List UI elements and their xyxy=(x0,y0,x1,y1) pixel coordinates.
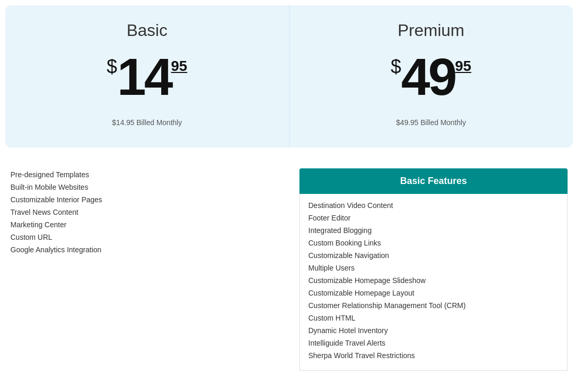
premium-plan-title: Premium xyxy=(300,21,563,40)
list-item: Dynamic Hotel Inventory xyxy=(308,324,559,337)
list-item: Customizable Homepage Slideshow xyxy=(308,274,559,287)
premium-price-display: $ 49 95 xyxy=(300,51,563,103)
premium-price-billed: $49.95 Billed Monthly xyxy=(300,118,563,127)
basic-plan-title: Basic xyxy=(16,21,279,40)
list-item: Marketing Center xyxy=(10,218,279,231)
premium-plan-card: Premium $ 49 95 $49.95 Billed Monthly xyxy=(290,5,573,148)
premium-price-cents: 95 xyxy=(455,58,471,75)
list-item: Integrated Blogging xyxy=(308,224,559,237)
list-item: Destination Video Content xyxy=(308,199,559,212)
features-right-panel: Basic Features Destination Video Content… xyxy=(289,163,573,381)
features-left-list: Pre-designed TemplatesBuilt-in Mobile We… xyxy=(10,168,279,256)
list-item: Customizable Homepage Layout xyxy=(308,287,559,299)
basic-price-display: $ 14 95 xyxy=(16,51,279,103)
features-right-list: Destination Video ContentFooter EditorIn… xyxy=(299,194,568,371)
premium-price-dollar: $ xyxy=(391,56,401,78)
list-item: Multiple Users xyxy=(308,262,559,274)
list-item: Footer Editor xyxy=(308,212,559,224)
list-item: Customizable Navigation xyxy=(308,249,559,262)
features-right-header: Basic Features xyxy=(299,168,568,194)
premium-price-main: 49 xyxy=(401,51,455,103)
list-item: Intelliguide Travel Alerts xyxy=(308,337,559,349)
basic-price-billed: $14.95 Billed Monthly xyxy=(16,118,279,127)
basic-price-dollar: $ xyxy=(107,56,117,78)
list-item: Custom HTML xyxy=(308,312,559,324)
list-item: Pre-designed Templates xyxy=(10,168,279,181)
list-item: Customer Relationship Management Tool (C… xyxy=(308,299,559,312)
list-item: Travel News Content xyxy=(10,206,279,218)
basic-plan-card: Basic $ 14 95 $14.95 Billed Monthly xyxy=(5,5,290,148)
list-item: Sherpa World Travel Restrictions xyxy=(308,349,559,362)
pricing-section: Basic $ 14 95 $14.95 Billed Monthly Prem… xyxy=(5,5,573,148)
basic-price-main: 14 xyxy=(117,51,171,103)
list-item: Custom Booking Links xyxy=(308,237,559,249)
features-section: Pre-designed TemplatesBuilt-in Mobile We… xyxy=(5,153,573,381)
list-item: Custom URL xyxy=(10,231,279,243)
list-item: Customizable Interior Pages xyxy=(10,193,279,206)
list-item: Built-in Mobile Websites xyxy=(10,181,279,193)
basic-price-cents: 95 xyxy=(171,58,187,75)
list-item: Google Analytics Integration xyxy=(10,243,279,256)
features-left-panel: Pre-designed TemplatesBuilt-in Mobile We… xyxy=(5,163,289,381)
